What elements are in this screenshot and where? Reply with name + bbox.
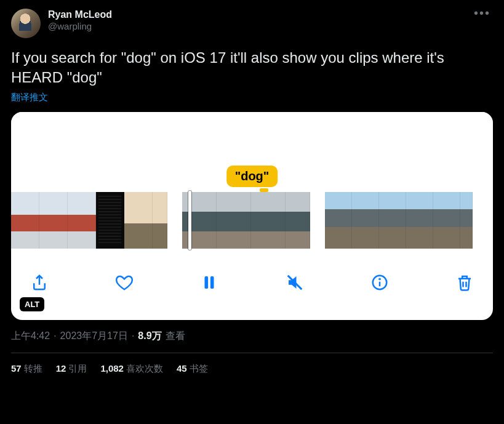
clip-thumb xyxy=(460,192,473,249)
clip-thumb xyxy=(433,192,460,249)
mute-icon[interactable] xyxy=(284,271,306,294)
bookmarks-stat[interactable]: 45书签 xyxy=(177,363,208,375)
retweets-count: 57 xyxy=(11,363,22,374)
author-display-name: Ryan McLeod xyxy=(48,9,112,21)
clip-thumb xyxy=(352,192,379,249)
clip-thumb xyxy=(182,192,217,249)
tweet-time[interactable]: 上午4:42 xyxy=(11,330,50,343)
media-card[interactable]: "dog" xyxy=(11,112,493,320)
video-timeline[interactable] xyxy=(11,192,493,249)
clip-group-1 xyxy=(11,192,167,249)
views-count: 8.9万 xyxy=(138,330,161,343)
meta-separator: · xyxy=(132,330,134,342)
likes-count: 1,082 xyxy=(100,363,124,374)
clip-thumb xyxy=(153,192,167,249)
more-menu-button[interactable]: ••• xyxy=(474,6,490,20)
likes-label: 喜欢次数 xyxy=(126,363,163,374)
clip-thumb xyxy=(325,192,352,249)
svg-rect-0 xyxy=(205,276,209,289)
search-term-tooltip: "dog" xyxy=(226,166,278,187)
retweets-label: 转推 xyxy=(24,363,42,374)
clip-thumb xyxy=(124,192,153,249)
tweet-container: ••• Ryan McLeod @warpling If you search … xyxy=(0,0,504,375)
author-handle: @warpling xyxy=(48,21,112,33)
clip-thumb xyxy=(286,192,310,249)
retweets-stat[interactable]: 57转推 xyxy=(11,363,42,375)
author-block[interactable]: Ryan McLeod @warpling xyxy=(48,9,112,33)
tweet-stats: 57转推 12引用 1,082喜欢次数 45书签 xyxy=(11,353,493,375)
quotes-label: 引用 xyxy=(68,363,87,374)
clip-thumb xyxy=(379,192,406,249)
quotes-count: 12 xyxy=(56,363,66,374)
tweet-header: Ryan McLeod @warpling xyxy=(11,9,493,38)
share-icon[interactable] xyxy=(28,271,50,294)
clip-thumb xyxy=(406,192,433,249)
clip-thumb xyxy=(68,192,96,249)
bookmarks-label: 书签 xyxy=(190,363,208,374)
clip-thumb xyxy=(96,192,124,249)
tweet-date[interactable]: 2023年7月17日 xyxy=(60,330,128,343)
heart-icon[interactable] xyxy=(113,271,135,294)
likes-stat[interactable]: 1,082喜欢次数 xyxy=(100,363,163,375)
translate-link[interactable]: 翻译推文 xyxy=(11,92,493,103)
svg-point-5 xyxy=(379,279,380,279)
quotes-stat[interactable]: 12引用 xyxy=(56,363,87,375)
meta-separator: · xyxy=(54,330,56,342)
bookmarks-count: 45 xyxy=(177,363,187,374)
svg-rect-1 xyxy=(210,276,214,289)
clip-group-2 xyxy=(182,192,310,249)
clip-thumb xyxy=(39,192,68,249)
clip-thumb xyxy=(251,192,286,249)
tweet-text: If you search for "dog" on iOS 17 it'll … xyxy=(11,48,493,88)
trash-icon[interactable] xyxy=(454,271,476,294)
media-top-area: "dog" xyxy=(11,112,493,192)
clip-thumb xyxy=(217,192,251,249)
alt-badge[interactable]: ALT xyxy=(20,297,44,311)
media-controls xyxy=(11,249,493,304)
views-label: 查看 xyxy=(166,330,185,343)
clip-thumb xyxy=(11,192,39,249)
pause-icon[interactable] xyxy=(198,271,220,294)
info-icon[interactable] xyxy=(369,271,391,294)
avatar[interactable] xyxy=(11,9,41,38)
tweet-meta: 上午4:42 · 2023年7月17日 · 8.9万 查看 xyxy=(11,330,493,343)
clip-group-3 xyxy=(325,192,473,249)
